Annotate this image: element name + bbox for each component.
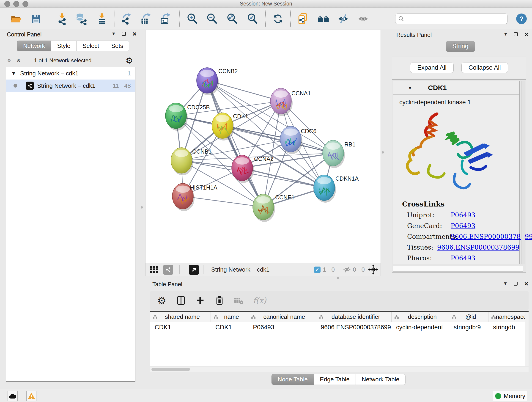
import-table-icon[interactable] — [95, 12, 108, 25]
table-cell[interactable]: stringdb — [488, 322, 529, 332]
crosslink-value-link[interactable]: P06493 — [451, 254, 475, 262]
save-session-icon[interactable] — [30, 12, 43, 25]
network-node-CDK1[interactable]: CDK1 — [212, 113, 248, 140]
network-overview-icon[interactable] — [163, 265, 173, 275]
network-node-CCNE1[interactable]: CCNE1 — [253, 194, 295, 222]
delete-column-trash-icon[interactable] — [215, 296, 225, 305]
delete-table-icon[interactable] — [234, 296, 244, 305]
control-panel-float-icon[interactable] — [122, 32, 126, 36]
detach-view-icon[interactable] — [189, 265, 199, 275]
table-cell[interactable]: stringdb:9... — [449, 322, 488, 332]
crosslink-value-link[interactable]: P06493 — [451, 211, 475, 219]
crosslink-value-link[interactable]: P06493 — [451, 222, 475, 230]
tab-network-table[interactable]: Network Table — [355, 374, 405, 385]
hide-selected-icon[interactable] — [337, 12, 350, 25]
column-header-shared-name[interactable]: shared name — [150, 312, 211, 322]
collection-expander-icon[interactable]: ▼ — [12, 71, 15, 76]
function-builder-icon[interactable]: f(x) — [253, 296, 266, 305]
open-session-icon[interactable] — [10, 12, 22, 25]
network-canvas[interactable]: CCNB2CCNA1CDC25BCDK1CDC6RB1CCNB1CCNA2CDK… — [145, 30, 381, 263]
column-header-name[interactable]: name — [211, 312, 248, 322]
cloud-status-icon[interactable] — [7, 391, 18, 401]
results-panel-menu-icon[interactable]: ▼ — [504, 32, 507, 36]
results-panel-float-icon[interactable] — [514, 32, 518, 36]
protein-expander-icon[interactable]: ▼ — [409, 85, 412, 90]
column-header-description[interactable]: description — [392, 312, 449, 322]
network-node-count: 11 — [113, 82, 119, 89]
tab-edge-table[interactable]: Edge Table — [314, 374, 356, 385]
table-panel-float-icon[interactable] — [514, 282, 518, 286]
network-node-CDKN1A[interactable]: CDKN1A — [314, 175, 359, 203]
fit-content-crosshair-icon[interactable] — [368, 264, 378, 275]
table-cell[interactable]: 9606.ENSP00000378699 — [316, 322, 392, 332]
collapse-all-button[interactable]: Collapse All — [462, 63, 508, 73]
network-options-gear-icon[interactable]: ⚙ — [126, 56, 133, 65]
network-node-RB1[interactable]: RB1 — [323, 140, 355, 168]
new-network-from-selection-icon[interactable] — [297, 12, 309, 25]
birds-eye-view-icon[interactable] — [149, 265, 159, 274]
tab-node-table[interactable]: Node Table — [272, 374, 314, 385]
network-edge[interactable] — [183, 196, 263, 207]
show-columns-icon[interactable] — [176, 296, 186, 305]
bottom-splitter-handle[interactable] — [337, 277, 339, 279]
table-panel-close-icon[interactable]: × — [525, 282, 529, 286]
table-cell[interactable]: cyclin-dependent ... — [392, 322, 449, 332]
table-settings-gear-icon[interactable]: ⚙ — [157, 295, 167, 306]
table-cell[interactable]: CDK1 — [211, 322, 248, 332]
tab-style[interactable]: Style — [51, 41, 76, 51]
table-panel-menu-icon[interactable]: ▼ — [504, 281, 507, 286]
apply-layout-icon[interactable] — [272, 12, 284, 25]
help-icon[interactable]: ? — [516, 13, 527, 24]
warning-icon[interactable] — [26, 391, 36, 401]
network-edge[interactable] — [242, 168, 324, 188]
right-splitter-handle[interactable] — [382, 151, 384, 153]
tab-string[interactable]: String — [446, 41, 475, 52]
control-panel-close-icon[interactable]: × — [133, 32, 137, 36]
network-node-CDC25B[interactable]: CDC25B — [165, 103, 210, 131]
scrollbar-thumb[interactable] — [152, 368, 190, 371]
left-splitter-handle[interactable] — [141, 206, 143, 209]
table-cell[interactable]: P06493 — [248, 322, 316, 332]
first-neighbors-icon[interactable] — [317, 12, 330, 25]
show-all-icon[interactable] — [357, 12, 370, 25]
crosslink-value-link[interactable]: 9606.ENSP00000378699 — [451, 233, 532, 240]
selected-nodes-checkbox[interactable]: ✓ — [314, 267, 321, 273]
export-table-icon[interactable] — [139, 12, 152, 25]
zoom-in-icon[interactable] — [186, 12, 199, 25]
expand-all-button[interactable]: Expand All — [410, 63, 454, 73]
column-header-namespace[interactable]: namespace — [488, 312, 529, 322]
zoom-out-icon[interactable] — [206, 12, 219, 25]
search-input[interactable] — [406, 14, 507, 23]
control-panel-menu-icon[interactable]: ▼ — [112, 32, 115, 36]
network-node-CCNA2[interactable]: CCNA2 — [232, 155, 273, 183]
export-image-icon[interactable] — [159, 12, 172, 25]
tab-sets[interactable]: Sets — [105, 41, 129, 51]
network-row-selected[interactable]: String Network – cdk1 11 48 — [6, 80, 135, 92]
column-header-id[interactable]: @id — [449, 312, 488, 322]
column-header-database-identifier[interactable]: database identifier — [316, 312, 392, 322]
network-collection-row[interactable]: ▼ String Network – cdk1 1 — [6, 67, 135, 80]
network-node-CCNA1[interactable]: CCNA1 — [270, 88, 311, 116]
protein-card-header[interactable]: ▼ CDK1 — [393, 81, 519, 95]
results-scrollbar[interactable] — [521, 81, 525, 264]
table-row[interactable]: CDK1CDK1P064939606.ENSP00000378699cyclin… — [150, 322, 529, 332]
import-network-file-icon[interactable] — [56, 12, 69, 25]
export-network-icon[interactable] — [120, 12, 133, 25]
table-horizontal-scrollbar[interactable] — [150, 367, 529, 372]
table-cell[interactable]: CDK1 — [150, 322, 211, 332]
column-header-canonical-name[interactable]: canonical name — [248, 312, 316, 322]
create-column-icon[interactable] — [195, 296, 205, 305]
crosslink-value-link[interactable]: 9606.ENSP00000378699 — [437, 244, 519, 251]
results-panel-close-icon[interactable]: × — [525, 32, 529, 36]
zoom-fit-icon[interactable] — [226, 12, 239, 25]
zoom-selected-icon[interactable] — [246, 12, 259, 25]
network-node-CCNB2[interactable]: CCNB2 — [196, 68, 238, 95]
memory-button[interactable]: Memory — [493, 391, 527, 401]
table-vertical-scrollbar[interactable] — [525, 312, 529, 366]
control-panel-title: Control Panel — [7, 31, 41, 38]
network-node-HIST1H1A[interactable]: HIST1H1A — [172, 183, 217, 211]
import-network-database-icon[interactable] — [75, 12, 88, 25]
tab-network[interactable]: Network — [17, 41, 51, 51]
node-label-CCNB2: CCNB2 — [218, 68, 238, 74]
tab-select[interactable]: Select — [76, 41, 105, 51]
